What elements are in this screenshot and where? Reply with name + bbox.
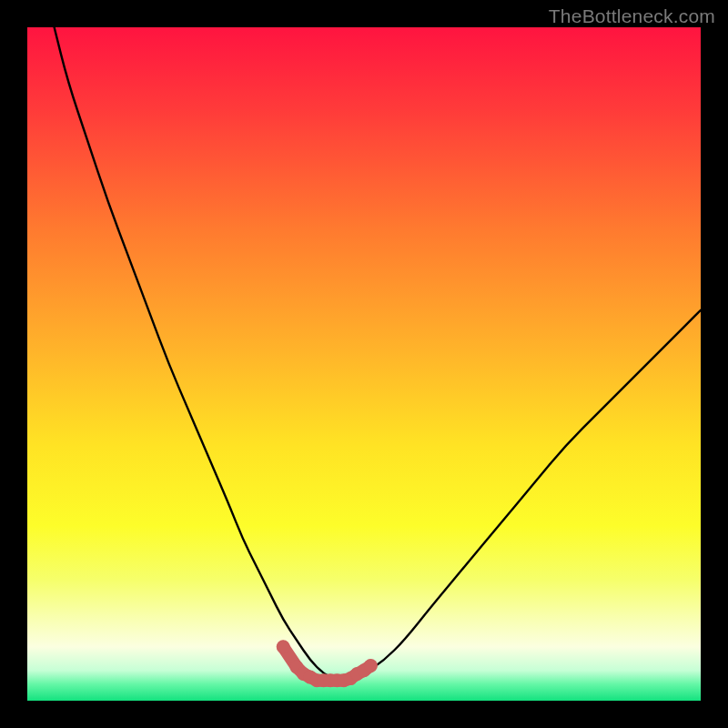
outer-frame: TheBottleneck.com <box>0 0 728 728</box>
gradient-bg <box>27 27 701 701</box>
marker-dot <box>364 659 378 672</box>
marker-dot <box>277 640 290 653</box>
watermark-text: TheBottleneck.com <box>549 5 715 27</box>
chart-svg <box>27 27 701 701</box>
chart-area <box>27 27 701 701</box>
